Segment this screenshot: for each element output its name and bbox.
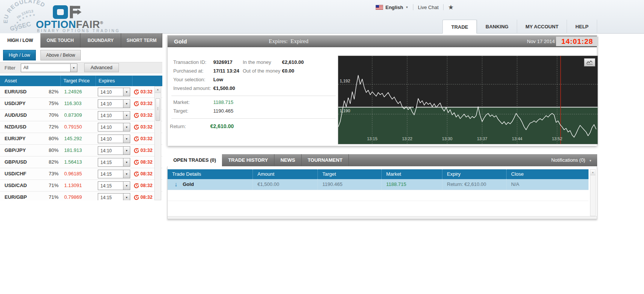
tab-one-touch[interactable]: ONE TOUCH	[40, 33, 80, 48]
asset-target-price: 0.79150	[64, 121, 82, 133]
language-selector[interactable]: English ▼	[376, 5, 408, 10]
nav-tab-help[interactable]: HELP	[567, 20, 597, 34]
notifications-dropdown[interactable]: Notifications (0) ▼	[551, 154, 592, 167]
asset-expiry-select[interactable]: 14:10▼	[98, 111, 130, 120]
countdown-clock-icon	[134, 159, 139, 166]
open-trades-col-amount: Amount	[253, 169, 317, 179]
tab-high-low[interactable]: HIGH / LOW	[0, 33, 40, 48]
chevron-down-icon: ▼	[123, 111, 130, 119]
chevron-down-icon: ▼	[123, 100, 130, 108]
svg-text:1,190: 1,190	[340, 108, 350, 113]
live-chat-link[interactable]: Live Chat	[418, 5, 439, 10]
expires-status: Expires: Expired	[269, 36, 308, 47]
countdown-value: 08:32	[140, 180, 153, 191]
asset-row[interactable]: USD/JPY75%116.30314:10▼03:32	[0, 98, 162, 110]
target-label: Target:	[173, 108, 188, 114]
favorites-star-icon[interactable]: ★	[448, 3, 454, 11]
svg-text:1,192: 1,192	[340, 79, 350, 83]
panel-bottom-strip	[168, 216, 597, 219]
asset-expiry-select[interactable]: 14:15▼	[98, 170, 130, 178]
asset-target-price: 181.913	[64, 145, 82, 156]
divider	[413, 4, 413, 10]
asset-payout: 71%	[38, 192, 59, 200]
tab-short-term[interactable]: SHORT TERM	[121, 33, 162, 48]
asset-target-price: 0.96185	[64, 168, 82, 179]
asset-payout: 82%	[38, 86, 59, 97]
purchased-at-label: Purchased at:	[173, 68, 203, 74]
asset-name: GBP/USD	[5, 156, 27, 168]
tab-trade-history[interactable]: TRADE HISTORY	[222, 154, 274, 166]
return-value: €2,610.00	[210, 123, 234, 129]
asset-expiry-select[interactable]: 14:10▼	[98, 88, 130, 96]
chart-type-icon[interactable]	[584, 58, 595, 67]
open-trades-scrollbar[interactable]: ▲	[590, 169, 596, 216]
filter-select[interactable]: All ▼	[21, 63, 77, 72]
asset-target-price: 1.13091	[64, 180, 82, 191]
asset-payout: 82%	[38, 156, 59, 168]
asset-row[interactable]: USD/CHF73%0.9618514:15▼08:32	[0, 168, 162, 180]
divider	[171, 118, 336, 119]
scrollbar-thumb[interactable]	[156, 98, 160, 121]
countdown-clock-icon	[134, 124, 139, 131]
current-date: Nov 17 2014	[527, 36, 555, 47]
asset-expiry-select[interactable]: 14:15▼	[98, 193, 130, 200]
chevron-down-icon: ▼	[70, 64, 77, 72]
purchased-at-value: 17/11 13:24	[213, 68, 239, 74]
return-label: Return:	[170, 124, 186, 129]
asset-row[interactable]: USD/CAD71%1.1309114:15▼08:32	[0, 180, 162, 192]
asset-row[interactable]: EUR/USD82%1.2492614:10▼03:32	[0, 86, 162, 98]
active-trade-panel: Gold Expires: Expired Nov 17 2014 14:01:…	[167, 35, 597, 145]
trade-target: 1190.465	[322, 181, 342, 187]
nav-tab-my-account[interactable]: MY ACCOUNT	[517, 20, 567, 34]
advanced-button[interactable]: Advanced	[84, 63, 119, 72]
asset-row[interactable]: EUR/GBP71%0.7986914:15▼08:32	[0, 192, 162, 200]
scrollbar-up-icon[interactable]: ▲	[590, 170, 595, 175]
asset-payout: 75%	[38, 98, 59, 109]
asset-payout: 73%	[38, 168, 59, 179]
current-time-clock: 14:01:28	[556, 37, 598, 46]
asset-row[interactable]: EUR/JPY80%145.29214:10▼03:32	[0, 133, 162, 145]
countdown-clock-icon	[134, 101, 139, 108]
above-below-mode-button[interactable]: Above / Below	[40, 50, 81, 60]
countdown-clock-icon	[134, 148, 139, 155]
countdown-clock-icon	[134, 136, 139, 143]
svg-text:13:37: 13:37	[477, 136, 487, 141]
price-chart-canvas: 1,1921,19013:1513:2213:3013:3713:4413:52	[338, 56, 598, 144]
asset-expiry-select[interactable]: 14:10▼	[98, 99, 130, 108]
asset-row[interactable]: AUD/USD70%0.8730914:10▼03:32	[0, 110, 162, 121]
tab-open-trades[interactable]: OPEN TRADES (0)	[167, 154, 222, 166]
nav-tab-banking[interactable]: BANKING	[477, 20, 517, 34]
asset-expiry-select[interactable]: 14:15▼	[98, 158, 130, 167]
asset-expiry-select[interactable]: 14:10▼	[98, 135, 130, 143]
scrollbar-up-icon[interactable]: ▲	[155, 87, 161, 93]
asset-expiry-select[interactable]: 14:10▼	[98, 146, 130, 155]
asset-expiry-select[interactable]: 14:15▼	[98, 181, 130, 190]
col-expires: Expires	[99, 76, 115, 86]
asset-table-scrollbar[interactable]: ▲	[154, 86, 161, 200]
open-trades-col-expiry: Expiry	[442, 169, 506, 179]
countdown-clock-icon	[134, 113, 139, 119]
asset-row[interactable]: NZD/USD72%0.7915014:10▼03:32	[0, 121, 162, 133]
countdown-value: 08:32	[140, 156, 153, 168]
brand-tagline: BINARY OPTIONS TRADING	[37, 29, 120, 33]
open-trades-col-trade-details: Trade Details	[168, 169, 253, 179]
asset-payout: 80%	[38, 133, 59, 144]
selection-value: Low	[213, 77, 223, 82]
tab-news[interactable]: NEWS	[274, 154, 302, 166]
asset-payout: 80%	[38, 145, 59, 156]
nav-tab-trade[interactable]: TRADE	[442, 20, 477, 34]
asset-expiry-select[interactable]: 14:10▼	[98, 123, 130, 132]
tab-boundary[interactable]: BOUNDARY	[80, 33, 121, 48]
high-low-mode-button[interactable]: High / Low	[3, 50, 36, 60]
asset-row[interactable]: GBP/USD82%1.5641314:15▼08:32	[0, 156, 162, 168]
open-trade-row[interactable]: ↓Gold€1,500.001190.4651188.715Return: €2…	[168, 179, 589, 190]
asset-row[interactable]: GBP/JPY80%181.91314:10▼03:32	[0, 145, 162, 156]
market-value: 1188.715	[213, 99, 233, 105]
trade-panel-body: Transaction ID: 9326917 In the money €2,…	[168, 47, 597, 146]
empty-row	[168, 190, 589, 201]
asset-target-price: 0.79869	[64, 192, 82, 200]
tab-tournament[interactable]: TOURNAMENT	[302, 154, 349, 166]
brand-logo-mark	[53, 5, 85, 19]
open-trades-header: Trade DetailsAmountTargetMarketExpiryClo…	[168, 169, 589, 179]
chevron-down-icon: ▼	[123, 88, 130, 96]
